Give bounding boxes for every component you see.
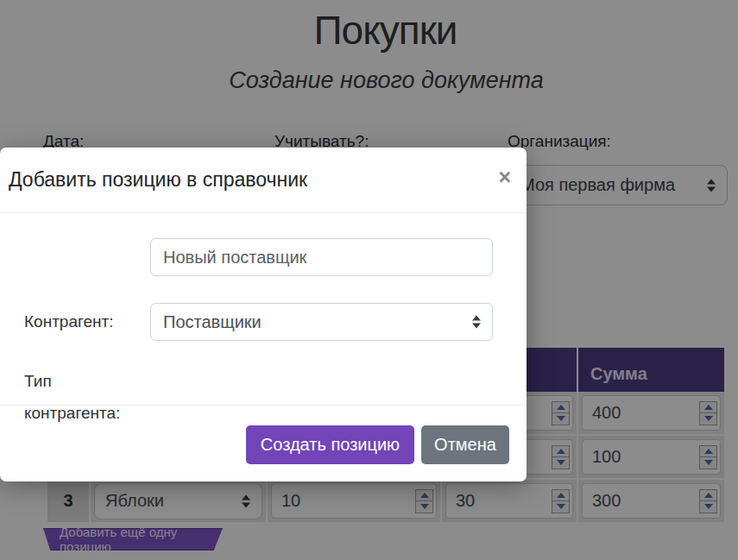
contractor-type-select[interactable]: Поставщики (150, 303, 493, 341)
select-updown-icon (472, 316, 481, 329)
cancel-button[interactable]: Отмена (421, 425, 509, 464)
modal-body: Контрагент: Тип контрагента: Поставщики (0, 213, 527, 405)
modal-footer: Создать позицию Отмена (0, 405, 527, 481)
create-position-button[interactable]: Создать позицию (246, 425, 414, 464)
close-icon[interactable]: × (498, 167, 511, 188)
add-position-modal: Добавить позицию в справочник × Контраге… (0, 148, 527, 481)
contractor-label: Контрагент: (24, 305, 145, 337)
modal-title: Добавить позицию в справочник (9, 168, 307, 192)
contractor-input[interactable] (150, 238, 493, 276)
contractor-type-value: Поставщики (163, 312, 262, 332)
modal-header: Добавить позицию в справочник × (0, 148, 527, 213)
